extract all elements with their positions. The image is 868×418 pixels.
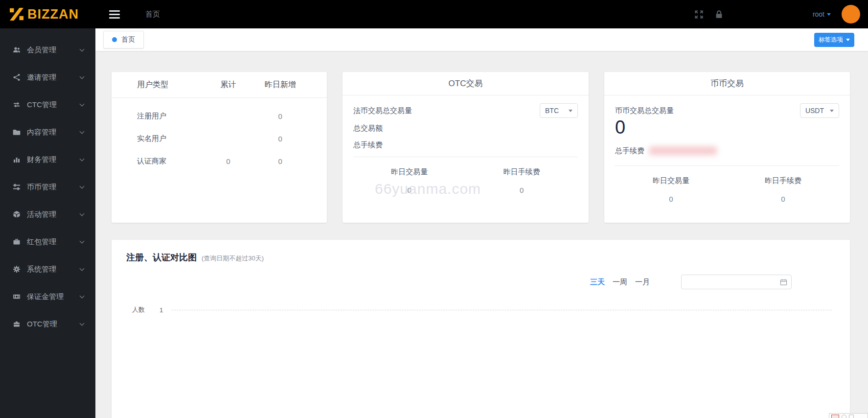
chart-axis: 人数 1 bbox=[126, 305, 835, 314]
tab-home-label: 首页 bbox=[121, 35, 135, 44]
date-range-input[interactable] bbox=[681, 275, 792, 289]
chevron-down-icon bbox=[80, 211, 85, 216]
yesterday-volume-value: 0 bbox=[353, 186, 466, 194]
range-button-month[interactable]: 一月 bbox=[635, 278, 650, 287]
tab-strip: 首页 标签选项 bbox=[95, 28, 868, 51]
chart-controls: 三天 一周 一月 bbox=[126, 274, 835, 290]
coin-trade-card: 币币交易 币币交易总交易量 USDT 0 总手续费 昨日交易量 昨 bbox=[604, 72, 850, 223]
registration-chart-card: 注册、认证对比图 (查询日期不超过30天) 三天 一周 一月 bbox=[112, 240, 850, 418]
chevron-down-icon bbox=[80, 74, 85, 79]
chevron-down-icon bbox=[80, 294, 85, 299]
avatar[interactable] bbox=[842, 5, 860, 23]
sidebar-item-invite[interactable]: 邀请管理 bbox=[0, 64, 95, 91]
row-label: 认证商家 bbox=[137, 157, 202, 166]
chevron-down-icon bbox=[80, 47, 85, 52]
chevron-down-icon bbox=[80, 102, 85, 107]
yesterday-volume-label: 昨日交易量 bbox=[353, 167, 466, 177]
user-menu[interactable]: root bbox=[813, 10, 831, 18]
user-stats-card: 用户类型 累计 昨日新增 注册用户 0 实名用户 0 认证商家 0 bbox=[112, 72, 327, 223]
chevron-down-icon bbox=[80, 157, 85, 162]
sidebar-item-system[interactable]: 系统管理 bbox=[0, 255, 95, 283]
col-header: 累计 bbox=[202, 80, 254, 90]
sidebar-item-label: 邀请管理 bbox=[27, 73, 56, 82]
sliders-icon bbox=[13, 183, 21, 191]
card-title: 币币交易 bbox=[604, 72, 850, 95]
cell-value: 0 bbox=[202, 157, 254, 165]
username: root bbox=[813, 10, 824, 18]
sidebar-item-coin[interactable]: 币币管理 bbox=[0, 173, 95, 201]
table-row: 实名用户 0 bbox=[137, 127, 306, 150]
chart-subtitle: (查询日期不超过30天) bbox=[202, 254, 264, 263]
floating-widget-cutoff[interactable] bbox=[829, 413, 868, 418]
range-button-3days[interactable]: 三天 bbox=[590, 278, 605, 287]
sidebar-item-label: 系统管理 bbox=[27, 265, 56, 274]
total-amount-label: 总交易额 bbox=[353, 124, 578, 133]
table-row: 注册用户 0 bbox=[137, 105, 306, 127]
card-title: OTC交易 bbox=[343, 72, 589, 95]
sidebar-item-finance[interactable]: 财务管理 bbox=[0, 146, 95, 173]
sidebar-item-label: 保证金管理 bbox=[27, 292, 64, 302]
chevron-down-icon bbox=[80, 321, 85, 326]
total-volume-label: 法币交易总交易量 bbox=[353, 106, 412, 116]
yesterday-volume-value: 0 bbox=[615, 195, 727, 203]
sidebar-item-label: 会员管理 bbox=[27, 46, 56, 55]
square-icon bbox=[849, 415, 854, 418]
brand-logo[interactable]: BIZZAN bbox=[0, 7, 95, 22]
bb-currency-select[interactable]: USDT bbox=[800, 103, 839, 118]
chevron-down-icon bbox=[569, 110, 572, 112]
sidebar-item-label: 活动管理 bbox=[27, 210, 56, 219]
y-axis-tick: 1 bbox=[160, 306, 163, 314]
row-label: 实名用户 bbox=[137, 134, 202, 143]
sidebar-item-margin[interactable]: 保证金管理 bbox=[0, 283, 95, 310]
chevron-down-icon bbox=[80, 129, 85, 134]
sidebar-item-label: CTC管理 bbox=[27, 100, 57, 110]
swap-icon bbox=[13, 101, 21, 109]
sidebar-item-label: 币币管理 bbox=[27, 183, 56, 192]
menu-toggle-icon[interactable] bbox=[109, 8, 120, 21]
sidebar-item-redpacket[interactable]: 红包管理 bbox=[0, 228, 95, 255]
otc-currency-select[interactable]: BTC bbox=[540, 103, 578, 118]
chevron-down-icon bbox=[830, 110, 834, 112]
topnav-home[interactable]: 首页 bbox=[145, 10, 160, 19]
cell-value: 0 bbox=[254, 157, 306, 165]
stats-table-header: 用户类型 累计 昨日新增 bbox=[112, 72, 327, 98]
sidebar-item-activity[interactable]: 活动管理 bbox=[0, 201, 95, 228]
col-header: 昨日新增 bbox=[254, 80, 306, 90]
range-button-week[interactable]: 一周 bbox=[613, 278, 627, 287]
selected-currency: BTC bbox=[545, 107, 559, 115]
fullscreen-icon[interactable] bbox=[694, 10, 704, 19]
topbar: BIZZAN 首页 root bbox=[0, 0, 868, 28]
sidebar-item-ctc[interactable]: CTC管理 bbox=[0, 91, 95, 118]
sidebar-item-label: 红包管理 bbox=[27, 237, 56, 247]
bizzan-logo-icon bbox=[9, 7, 24, 21]
chevron-down-icon bbox=[80, 184, 85, 189]
total-volume-value: 0 bbox=[615, 118, 839, 138]
sidebar-item-content[interactable]: 内容管理 bbox=[0, 118, 95, 146]
yesterday-volume-label: 昨日交易量 bbox=[615, 176, 727, 186]
sidebar-item-members[interactable]: 会员管理 bbox=[0, 36, 95, 64]
grid-icon bbox=[831, 415, 839, 418]
chart-title: 注册、认证对比图 bbox=[126, 252, 197, 263]
cube-icon bbox=[13, 210, 21, 219]
tab-home-chip[interactable]: 首页 bbox=[103, 31, 144, 48]
row-label: 注册用户 bbox=[137, 112, 202, 121]
chevron-down-icon bbox=[80, 266, 85, 271]
tag-options-button[interactable]: 标签选项 bbox=[814, 33, 854, 47]
selected-currency: USDT bbox=[805, 107, 824, 115]
folder-icon bbox=[13, 128, 21, 137]
chevron-down-icon bbox=[846, 39, 850, 41]
col-header: 用户类型 bbox=[137, 80, 202, 90]
cell-value: 0 bbox=[254, 135, 306, 143]
logo-text: BIZZAN bbox=[27, 7, 79, 22]
total-fee-label: 总手续费 bbox=[353, 140, 578, 150]
yesterday-fee-label: 昨日手续费 bbox=[466, 167, 578, 177]
bar-chart-icon bbox=[13, 156, 21, 164]
sidebar-item-label: 财务管理 bbox=[27, 155, 56, 164]
chevron-down-icon bbox=[827, 13, 831, 16]
yesterday-fee-value: 0 bbox=[727, 195, 839, 203]
main-content: 首页 标签选项 用户类型 累计 昨日新增 注册用户 0 实名用户 bbox=[95, 28, 868, 418]
share-icon bbox=[13, 73, 21, 82]
sidebar-item-otc[interactable]: OTC管理 bbox=[0, 310, 95, 338]
sidebar: 会员管理 邀请管理 CTC管理 内容管理 财务管理 币币管理 bbox=[0, 28, 95, 418]
lock-icon[interactable] bbox=[714, 10, 724, 19]
